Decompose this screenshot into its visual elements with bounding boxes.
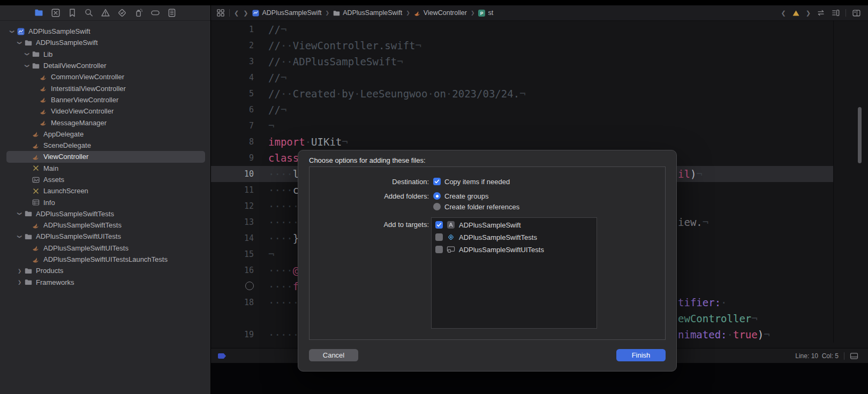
chevron-closed-icon[interactable]: ❯ [18,279,25,285]
breadcrumb-item[interactable]: ViewController [414,9,467,17]
code-review-icon[interactable] [817,9,825,17]
tree-item-label: Assets [43,176,64,184]
tree-item-detailviewcontroller[interactable]: ❯DetailViewController [6,60,205,71]
editor-scrollbar-thumb[interactable] [858,107,862,163]
finish-button[interactable]: Finish [616,349,666,361]
breadcrumb-item[interactable]: ADPlusSampleSwift [252,9,321,17]
target-checkbox[interactable] [435,233,443,241]
added-folders-label: Added folders: [310,192,429,200]
target-checkbox[interactable] [435,246,443,253]
line-number: 1 [211,25,260,34]
tree-item-messagemanager[interactable]: MessageManager [6,117,205,128]
line-number: 4 [211,73,260,82]
line-number: 2 [211,41,260,50]
tree-item-videoviewcontroller[interactable]: VideoViewController [6,105,205,117]
navigator-tab-debug[interactable] [134,8,144,18]
chevron-open-icon[interactable]: ❯ [18,234,25,239]
chevron-open-icon[interactable]: ❯ [25,51,32,57]
tree-item-scenedelegate[interactable]: SceneDelegate [6,140,205,151]
folder-icon [25,278,33,286]
cancel-button[interactable]: Cancel [309,349,358,361]
tree-item-lib[interactable]: ❯Lib [6,49,205,60]
tree-item-adplussampleswiftuitests[interactable]: ADPlusSampleSwiftUITests [6,243,205,254]
breadcrumb-item[interactable]: ADPlusSampleSwift [333,9,402,17]
target-row-adplussampleswift[interactable]: ADPlusSampleSwift [432,219,597,230]
code-line[interactable]: 2//··ViewController.swift¬ [211,37,834,54]
line-number: 8 [211,137,260,147]
next-issue-icon[interactable]: ❯ [806,10,811,17]
tree-item-adplussampleswiftuitestslaunchtests[interactable]: ADPlusSampleSwiftUITestsLaunchTests [6,254,205,265]
navigator-tab-breakpoints[interactable] [150,8,160,18]
tree-item-info[interactable]: Info [6,196,205,208]
dialog-options-panel: Destination: Copy items if needed Added … [309,166,666,340]
navigator-tab-project[interactable] [34,8,44,18]
code-line[interactable]: 6//¬ [211,102,834,118]
code-line[interactable]: 4//¬ [211,70,834,86]
project-file-tree: ❯ADPlusSampleSwift❯ADPlusSampleSwift❯Lib… [0,21,210,288]
tree-item-label: LaunchScreen [43,187,88,195]
back-icon[interactable]: ❮ [234,10,239,17]
tree-item-adplussampleswift[interactable]: ❯ADPlusSampleSwift [6,26,205,37]
tree-item-adplussampleswiftuitests[interactable]: ❯ADPlusSampleSwiftUITests [6,231,205,242]
tree-item-bannerviewcontroller[interactable]: BannerViewController [6,94,205,105]
chevron-open-icon[interactable]: ❯ [18,211,25,216]
tree-item-products[interactable]: ❯Products [6,265,205,276]
chevron-open-icon[interactable]: ❯ [18,40,25,46]
line-number: 19 [211,330,260,339]
add-editor-icon[interactable] [852,9,861,17]
tree-item-viewcontroller[interactable]: ViewController [6,151,205,162]
swift-icon [32,222,41,229]
warning-issue-icon[interactable] [792,9,800,17]
tree-item-interstitialviewcontroller[interactable]: InterstitialViewController [6,82,205,94]
code-line[interactable]: 5//··Created·by·LeeSeungwoo·on·2023/03/2… [211,86,834,102]
breadcrumb-label: ADPlusSampleSwift [343,9,402,17]
navigator-tab-bar [0,5,210,21]
target-row-adplussampleswifttests[interactable]: ADPlusSampleSwiftTests [432,232,597,243]
code-line[interactable]: 7¬ [211,118,834,134]
tree-item-frameworks[interactable]: ❯Frameworks [6,277,205,288]
adjust-editor-icon[interactable] [831,9,840,17]
code-line[interactable]: 8import·UIKit¬ [211,134,834,150]
tree-item-adplussampleswifttests[interactable]: ❯ADPlusSampleSwiftTests [6,208,205,219]
tree-item-commonviewcontroller[interactable]: CommonViewController [6,71,205,82]
chevron-open-icon[interactable]: ❯ [25,63,32,69]
targets-list: ADPlusSampleSwiftADPlusSampleSwiftTestsA… [431,217,597,329]
breadcrumb-item[interactable]: Pst [478,9,493,17]
target-row-adplussampleswiftuitests[interactable]: ADPlusSampleSwiftUITests [432,244,597,255]
line-number: 3 [211,57,260,66]
chevron-closed-icon[interactable]: ❯ [18,268,25,274]
dock-editor-icon[interactable] [850,352,858,360]
tree-item-adplussampleswifttests[interactable]: ADPlusSampleSwiftTests [6,219,205,231]
related-items-icon[interactable] [216,9,225,17]
breakpoint-indicator[interactable] [218,353,226,359]
navigator-sidebar: ❯ADPlusSampleSwift❯ADPlusSampleSwift❯Lib… [0,5,211,394]
code-line-text: //¬ [260,21,834,37]
forward-icon[interactable]: ❯ [243,10,248,17]
target-checkbox[interactable] [435,221,443,229]
previous-issue-icon[interactable]: ❮ [781,10,786,17]
line-number: 15 [211,249,260,259]
code-line[interactable]: 1//¬ [211,21,834,37]
create-folder-references-radio[interactable] [433,203,441,210]
navigator-tab-tests[interactable] [117,8,127,18]
tree-item-label: AppDelegate [43,130,84,138]
navigator-tab-bookmarks[interactable] [67,8,77,18]
create-groups-label: Create groups [444,192,488,200]
tree-item-main[interactable]: Main [6,163,205,174]
code-line[interactable]: 3//··ADPlusSampleSwift¬ [211,54,834,70]
chevron-open-icon[interactable]: ❯ [10,29,17,34]
code-line-text: ¬ [260,118,834,134]
add-to-targets-label: Add to targets: [310,217,429,229]
copy-items-checkbox[interactable] [433,178,441,185]
navigator-tab-source-control[interactable] [51,8,61,18]
create-groups-radio[interactable] [433,192,441,200]
tree-item-appdelegate[interactable]: AppDelegate [6,128,205,140]
tree-item-label: CommonViewController [51,73,124,81]
line-number: 9 [211,153,260,163]
navigator-tab-find[interactable] [84,8,94,18]
tree-item-launchscreen[interactable]: LaunchScreen [6,185,205,196]
tree-item-assets[interactable]: Assets [6,174,205,185]
navigator-tab-reports[interactable] [167,8,177,18]
tree-item-adplussampleswift[interactable]: ❯ADPlusSampleSwift [6,37,205,48]
navigator-tab-issues[interactable] [101,8,110,18]
